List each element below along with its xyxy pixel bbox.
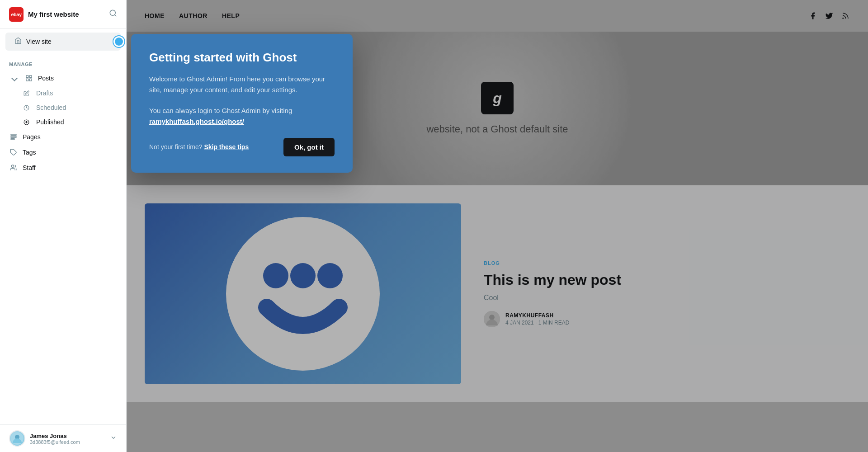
manage-section-label: MANAGE (0, 54, 126, 71)
sidebar-footer: James Jonas 3d3883f5@uifeed.com (0, 424, 126, 452)
svg-rect-10 (11, 137, 16, 138)
clock-icon (24, 105, 32, 111)
modal-login-text: You can always login to Ghost Admin by v… (149, 105, 335, 127)
sidebar-item-pages[interactable]: Pages (0, 129, 126, 145)
user-email: 3d3883f5@uifeed.com (30, 439, 80, 445)
user-info: James Jonas 3d3883f5@uifeed.com (30, 433, 80, 445)
modal-skip-area: Not your first time? Skip these tips (149, 143, 249, 151)
svg-rect-11 (11, 138, 14, 140)
svg-rect-2 (26, 75, 28, 78)
pencil-icon (24, 90, 32, 96)
svg-line-1 (114, 14, 116, 16)
svg-rect-4 (26, 79, 28, 81)
main-content: HOME AUTHOR HELP (127, 0, 868, 452)
search-icon[interactable] (109, 9, 117, 19)
sidebar-item-scheduled[interactable]: Scheduled (0, 100, 126, 115)
sidebar-item-tags[interactable]: Tags (0, 145, 126, 160)
posts-sub-menu: Drafts Scheduled Published (0, 86, 126, 129)
drafts-label: Drafts (36, 89, 53, 97)
view-site-button[interactable]: View site (5, 33, 121, 51)
scheduled-label: Scheduled (36, 104, 66, 111)
not-first-time-text: Not your first time? (149, 143, 202, 151)
modal-login-url[interactable]: ramykhuffash.ghost.io/ghost/ (149, 118, 244, 125)
modal-login-prefix: You can always login to Ghost Admin by v… (149, 107, 292, 114)
ok-got-it-button[interactable]: Ok, got it (283, 138, 335, 156)
staff-label: Staff (23, 164, 36, 171)
pages-label: Pages (23, 133, 41, 141)
user-area[interactable]: James Jonas 3d3883f5@uifeed.com (9, 430, 80, 447)
view-site-label: View site (26, 38, 52, 45)
sidebar-item-posts[interactable]: Posts (0, 71, 126, 86)
svg-rect-9 (11, 134, 16, 136)
site-logo: ebay (9, 7, 24, 22)
skip-tips-link[interactable]: Skip these tips (204, 143, 249, 151)
sidebar-item-published[interactable]: Published (0, 115, 126, 129)
modal-overlay: Getting started with Ghost Welcome to Gh… (127, 0, 868, 452)
avatar (9, 430, 25, 447)
logo-text: ebay (11, 12, 21, 17)
modal-footer: Not your first time? Skip these tips Ok,… (149, 138, 335, 156)
modal-title: Getting started with Ghost (149, 50, 335, 66)
sidebar-item-staff[interactable]: Staff (0, 160, 126, 175)
grid-icon (24, 75, 33, 82)
user-name: James Jonas (30, 433, 80, 439)
active-indicator (113, 36, 124, 47)
svg-rect-5 (29, 79, 32, 81)
tag-icon (9, 149, 18, 156)
sidebar-header: ebay My first website (0, 0, 126, 29)
site-name: My first website (28, 10, 79, 18)
logo-area: ebay My first website (9, 7, 79, 22)
posts-expand-chevron (11, 76, 20, 80)
home-icon (14, 37, 22, 46)
user-chevron-icon[interactable] (110, 434, 117, 443)
posts-label: Posts (38, 75, 54, 82)
pages-icon (9, 133, 18, 141)
svg-point-13 (11, 165, 14, 167)
modal-dialog: Getting started with Ghost Welcome to Gh… (131, 34, 353, 173)
sidebar-item-drafts[interactable]: Drafts (0, 86, 126, 100)
staff-icon (9, 164, 18, 171)
published-icon (24, 119, 32, 125)
tags-label: Tags (23, 149, 36, 156)
sidebar: ebay My first website View site MANAGE (0, 0, 127, 452)
modal-body: Welcome to Ghost Admin! From here you ca… (149, 74, 335, 95)
svg-rect-3 (29, 75, 32, 78)
published-label: Published (36, 118, 64, 126)
